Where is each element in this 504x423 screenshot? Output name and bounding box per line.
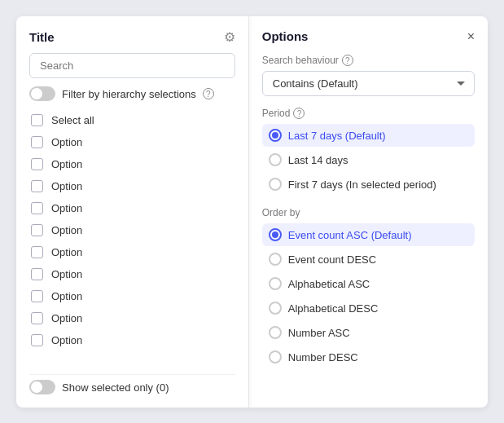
order-by-radio-5[interactable] [269, 350, 282, 364]
search-behaviour-help-icon[interactable]: ? [342, 55, 353, 66]
period-option-label-2: First 7 days (In selected period) [288, 178, 436, 191]
close-button[interactable]: × [467, 30, 475, 43]
option-label: Option [51, 246, 82, 258]
period-option-label-1: Last 14 days [288, 154, 348, 166]
order-by-label-0: Event count ASC (Default) [288, 229, 412, 241]
option-label: Option [51, 202, 82, 214]
period-help-icon[interactable]: ? [293, 108, 305, 119]
period-option-label-0: Last 7 days (Default) [288, 130, 386, 142]
period-option-1[interactable]: Last 14 days [262, 148, 475, 171]
option-checkbox[interactable] [31, 334, 43, 346]
list-item[interactable]: Option [29, 197, 235, 219]
period-radio-1[interactable] [269, 153, 282, 166]
order-by-option-4[interactable]: Number ASC [262, 321, 475, 344]
panel-title: Title [29, 30, 55, 44]
order-by-radio-4[interactable] [269, 326, 282, 339]
options-list: Select all Option Option Option Option O… [29, 109, 235, 366]
option-label: Option [51, 268, 82, 280]
list-item[interactable]: Option [29, 285, 235, 307]
option-label: Option [51, 312, 82, 324]
option-checkbox[interactable] [31, 180, 43, 192]
option-label: Option [51, 334, 82, 346]
list-item[interactable]: Option [29, 219, 235, 241]
show-selected-label: Show selected only (0) [62, 381, 169, 394]
option-checkbox[interactable] [31, 290, 43, 302]
search-input[interactable] [29, 53, 235, 78]
option-checkbox[interactable] [31, 312, 43, 324]
order-by-label-4: Number ASC [288, 327, 350, 339]
period-option-0[interactable]: Last 7 days (Default) [262, 124, 475, 147]
order-by-radio-0[interactable] [269, 228, 282, 241]
right-panel: Options × Search behaviour ? Contains (D… [248, 16, 488, 408]
gear-icon[interactable]: ⚙ [224, 29, 235, 45]
list-item[interactable]: Option [29, 263, 235, 285]
order-by-option-3[interactable]: Alphabetical DESC [262, 297, 475, 319]
list-item[interactable]: Option [29, 329, 235, 351]
option-label: Option [51, 224, 82, 236]
order-by-radio-2[interactable] [269, 277, 282, 290]
show-selected-toggle[interactable] [29, 380, 55, 394]
search-behaviour-label: Search behaviour ? [262, 55, 475, 66]
order-by-label-2: Alphabetical ASC [288, 278, 370, 290]
order-by-label: Order by [262, 207, 475, 218]
option-checkbox[interactable] [31, 268, 43, 280]
filter-help-icon[interactable]: ? [203, 88, 214, 99]
option-checkbox[interactable] [31, 158, 43, 170]
list-item[interactable]: Option [29, 131, 235, 153]
period-label: Period ? [262, 108, 475, 119]
option-checkbox[interactable] [31, 224, 43, 236]
order-by-label-1: Event count DESC [288, 253, 376, 266]
option-checkbox[interactable] [31, 136, 43, 148]
order-by-label-3: Alphabetical DESC [288, 302, 379, 315]
order-by-label-5: Number DESC [288, 351, 358, 364]
option-label: Option [51, 180, 82, 192]
period-radio-2[interactable] [269, 178, 282, 191]
option-checkbox[interactable] [31, 202, 43, 214]
left-panel: Title ⚙ Filter by hierarchy selections ?… [16, 16, 248, 408]
filter-row: Filter by hierarchy selections ? [29, 86, 235, 101]
panel-header: Title ⚙ [29, 29, 235, 45]
right-panel-header: Options × [262, 29, 475, 43]
option-checkbox[interactable] [31, 246, 43, 258]
order-by-section: Order by Event count ASC (Default) Event… [262, 207, 475, 368]
period-radio-0[interactable] [269, 129, 282, 142]
select-all-checkbox[interactable] [31, 114, 43, 126]
order-by-radio-3[interactable] [269, 302, 282, 315]
option-label: Option [51, 290, 82, 302]
order-by-radio-1[interactable] [269, 253, 282, 266]
select-all-label: Select all [51, 114, 94, 126]
right-panel-title: Options [262, 29, 309, 43]
select-all-item[interactable]: Select all [29, 109, 235, 131]
list-item[interactable]: Option [29, 175, 235, 197]
order-by-option-1[interactable]: Event count DESC [262, 248, 475, 271]
period-option-2[interactable]: First 7 days (In selected period) [262, 173, 475, 196]
search-behaviour-section: Search behaviour ? Contains (Default)Sta… [262, 55, 475, 96]
order-by-option-2[interactable]: Alphabetical ASC [262, 272, 475, 295]
list-item[interactable]: Option [29, 307, 235, 329]
bottom-row: Show selected only (0) [29, 374, 235, 394]
list-item[interactable]: Option [29, 153, 235, 175]
period-radio-group: Last 7 days (Default) Last 14 days First… [262, 124, 475, 196]
filter-label: Filter by hierarchy selections [62, 88, 196, 100]
option-label: Option [51, 158, 82, 170]
option-label: Option [51, 136, 82, 148]
period-section: Period ? Last 7 days (Default) Last 14 d… [262, 108, 475, 196]
order-by-option-0[interactable]: Event count ASC (Default) [262, 223, 475, 246]
order-by-radio-group: Event count ASC (Default) Event count DE… [262, 223, 475, 368]
filter-toggle[interactable] [29, 86, 55, 101]
list-item[interactable]: Option [29, 241, 235, 263]
search-behaviour-dropdown[interactable]: Contains (Default)Starts withExact match [262, 71, 475, 96]
order-by-option-5[interactable]: Number DESC [262, 346, 475, 368]
